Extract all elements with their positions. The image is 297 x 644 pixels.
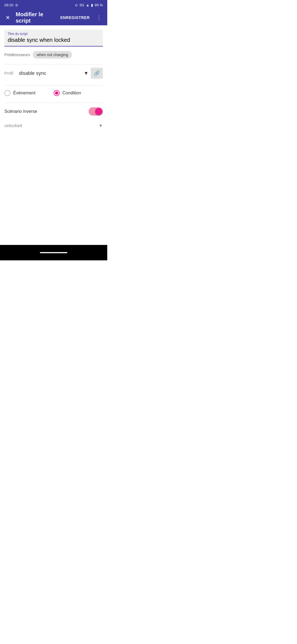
scenario-inverse-label: Scénario inverse <box>4 109 37 114</box>
divider-1 <box>4 64 103 64</box>
bottom-bar <box>0 245 107 260</box>
script-title-value: disable sync when locked <box>8 37 100 43</box>
script-title-field[interactable]: Titre du script disable sync when locked <box>4 30 103 47</box>
event-option[interactable]: Évènement <box>4 90 54 96</box>
sync-icon: ⊘ <box>15 3 18 7</box>
condition-chevron-icon: ▼ <box>98 123 103 128</box>
condition-value: unlocked <box>4 123 22 128</box>
network-label: 5G <box>79 3 84 7</box>
scenario-inverse-toggle[interactable] <box>89 107 103 116</box>
link-icon: 🔗 <box>94 70 100 76</box>
predecessors-row: Prédécesseurs when not charging <box>4 51 103 59</box>
condition-label: Condition <box>62 91 81 95</box>
condition-radio[interactable] <box>54 90 60 96</box>
main-content: Titre du script disable sync when locked… <box>0 25 107 135</box>
profile-value: disable sync <box>19 70 46 76</box>
divider-2 <box>4 85 103 86</box>
link-button[interactable]: 🔗 <box>91 68 103 79</box>
condition-dropdown[interactable]: unlocked ▼ <box>4 121 103 130</box>
condition-option[interactable]: Condition <box>54 90 103 96</box>
divider-3 <box>4 103 103 103</box>
battery-label: 89 % <box>95 3 103 7</box>
profile-row: Profil disable sync ▼ 🔗 <box>4 68 103 79</box>
signal-icon: ▲ <box>86 3 89 7</box>
chevron-down-icon: ▼ <box>84 70 89 76</box>
home-indicator <box>40 252 67 253</box>
battery-icon: ▮ <box>91 3 93 7</box>
location-icon: ⊙ <box>75 3 78 7</box>
event-label: Évènement <box>13 91 35 95</box>
status-bar: 09:20 ⊘ ⊙ 5G ▲ ▮ 89 % <box>0 0 107 10</box>
event-radio[interactable] <box>4 90 10 96</box>
script-title-label: Titre du script <box>8 32 100 36</box>
trigger-type-row: Évènement Condition <box>4 90 103 96</box>
more-icon: ⋮ <box>96 14 102 21</box>
scenario-inverse-row: Scénario inverse <box>4 107 103 116</box>
save-button[interactable]: ENREGISTRER <box>59 13 91 22</box>
time: 09:20 <box>4 3 13 7</box>
status-left: 09:20 ⊘ <box>4 3 18 7</box>
profile-dropdown[interactable]: disable sync ▼ <box>19 69 89 77</box>
condition-radio-inner <box>55 91 58 95</box>
predecessor-chip[interactable]: when not charging <box>33 51 72 59</box>
close-icon: ✕ <box>6 14 10 21</box>
close-button[interactable]: ✕ <box>4 13 11 22</box>
app-bar: ✕ Modifier le script ENREGISTRER ⋮ <box>0 10 107 25</box>
predecessors-label: Prédécesseurs <box>4 53 30 57</box>
profile-label: Profil <box>4 71 17 75</box>
more-menu-button[interactable]: ⋮ <box>95 13 103 22</box>
page-title: Modifier le script <box>16 11 55 24</box>
spacer <box>0 135 107 245</box>
toggle-thumb <box>95 108 102 115</box>
status-right: ⊙ 5G ▲ ▮ 89 % <box>75 3 103 7</box>
